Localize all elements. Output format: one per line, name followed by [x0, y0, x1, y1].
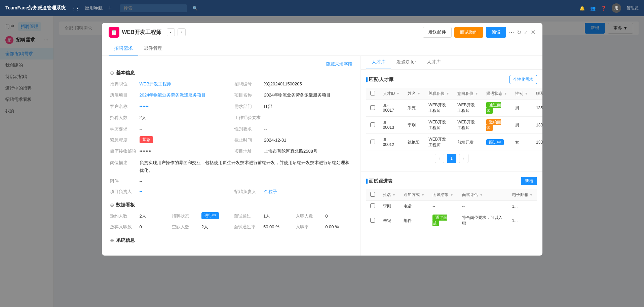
- help-icon[interactable]: ❓: [601, 6, 606, 11]
- system-collapse-icon[interactable]: ⊕: [110, 238, 114, 243]
- value-job-no: XQ2024011500205: [264, 80, 352, 88]
- dash-give-up: 放弃入职数 0: [110, 223, 166, 231]
- next-button[interactable]: ›: [178, 28, 186, 36]
- value-client[interactable]: ••••••: [140, 103, 228, 110]
- modal-overlay: 📋 WEB开发工程师 ‹ › 发送邮件 面试邀约 编辑 ··· ↻ ⤢ ✕ 招聘…: [0, 16, 644, 307]
- refresh-icon[interactable]: ↻: [517, 29, 521, 36]
- username-label: 管理员: [627, 5, 639, 11]
- tab-recruitment-demand[interactable]: 招聘需求: [109, 42, 138, 55]
- edit-button[interactable]: 编辑: [486, 27, 506, 38]
- row-3-phone: 13312308...: [532, 134, 542, 151]
- personalize-button[interactable]: 个性化需求: [509, 75, 537, 84]
- right-tab-send-offer[interactable]: 发送Offer: [391, 56, 422, 69]
- value-gender-req: --: [264, 125, 352, 133]
- match-section: 匹配·人才库 个性化需求 人才ID: [361, 70, 542, 171]
- value-project-name: 2024年物流业务劳务派遣服务项目: [264, 91, 352, 99]
- next-page-button[interactable]: ›: [459, 154, 468, 163]
- form-row-project-manager: 项目负责人 ••: [110, 188, 228, 195]
- i-filter-result-icon[interactable]: ▼: [450, 193, 453, 197]
- label-vacancy: 空缺人数: [172, 223, 199, 231]
- i-filter-eval-icon[interactable]: ▼: [480, 193, 483, 197]
- label-gender-req: 性别要求: [234, 125, 261, 133]
- close-icon[interactable]: ✕: [531, 29, 536, 36]
- match-pagination: ‹ 1 ›: [366, 151, 537, 166]
- filter-target-pos-icon[interactable]: ▼: [475, 92, 478, 95]
- irow-1-name: 李刚: [379, 201, 400, 212]
- value-position[interactable]: WEB开发工程师: [140, 80, 228, 88]
- value-education: --: [140, 125, 228, 133]
- th-name: 姓名 ▼: [404, 88, 424, 100]
- form-managers: 项目负责人 •• 招聘负责人 金粒子: [110, 188, 352, 195]
- right-tabs: 人才库 发送Offer 人才库: [361, 56, 542, 70]
- ith-name: 姓名 ▼: [379, 189, 400, 201]
- filter-talent-id-icon[interactable]: ▼: [396, 92, 400, 95]
- expand-icon[interactable]: ⤢: [524, 30, 528, 35]
- system-info-title: ⊕ 系统信息: [110, 237, 352, 243]
- label-interview-pass: 面试通过: [234, 212, 261, 220]
- filter-name-icon[interactable]: ▼: [417, 92, 420, 95]
- row-1-checkbox[interactable]: [370, 105, 375, 110]
- avatar[interactable]: 用: [612, 3, 621, 13]
- apps-icon[interactable]: ⋮⋮: [71, 6, 80, 11]
- modal-icon: 📋: [109, 27, 119, 38]
- i-filter-name-icon[interactable]: ▼: [392, 193, 396, 197]
- collapse-icon[interactable]: ⊖: [110, 70, 114, 76]
- irow-checkbox-1: [366, 201, 379, 212]
- table-row: JL-00013 李刚 WEB开发工程师 WEB开发工程师 邀约面试 男 138…: [366, 117, 542, 134]
- new-interview-button[interactable]: 新增: [521, 177, 537, 185]
- irow-1-eval: --: [458, 201, 508, 212]
- more-options-button[interactable]: ···: [509, 29, 514, 36]
- value-address: 上海市普陀区真北路2588号: [264, 147, 352, 155]
- app-nav-label[interactable]: 应用导航: [85, 5, 103, 11]
- row-2-checkbox[interactable]: [370, 122, 375, 127]
- modal-title: WEB开发工程师: [122, 29, 161, 36]
- search-input[interactable]: [120, 4, 187, 12]
- interview-table-body: 李刚 电话 -- -- 1... 朱宛 邮件: [366, 201, 537, 229]
- interview-section-header: 面试跟进表 新增: [366, 177, 537, 185]
- basic-info-title: ⊖ 基本信息: [110, 70, 352, 76]
- form-row-email: 简历接收邮箱 ••••••••: [110, 147, 228, 155]
- label-experience: 工作经验要求: [234, 114, 261, 121]
- value-vacancy: 2人: [201, 223, 228, 231]
- label-pass-rate: 面试通过率: [234, 223, 261, 231]
- value-description: 负责实现用户操作的界面和交互，包括使用原生开发技术进行前端开发，并使用后端开发技…: [140, 159, 352, 175]
- tab-email-management[interactable]: 邮件管理: [138, 42, 168, 55]
- prev-button[interactable]: ‹: [167, 28, 175, 36]
- irow-1-checkbox[interactable]: [370, 203, 375, 208]
- send-email-button[interactable]: 发送邮件: [423, 27, 452, 38]
- select-all-checkbox[interactable]: [370, 91, 375, 95]
- form-row-experience: 工作经验要求 --: [234, 114, 352, 121]
- value-project-manager[interactable]: ••: [140, 188, 228, 195]
- match-section-header: 匹配·人才库 个性化需求: [366, 75, 537, 84]
- dashboard-title: ⊖ 数据看板: [110, 202, 352, 208]
- label-headcount: 招聘人数: [110, 114, 137, 121]
- filter-status-icon[interactable]: ▼: [504, 92, 507, 95]
- filter-related-pos-icon[interactable]: ▼: [446, 92, 449, 95]
- row-1-name: 朱宛: [404, 100, 424, 117]
- notification-icon[interactable]: 🔔: [579, 6, 585, 11]
- users-icon[interactable]: 👥: [590, 6, 596, 11]
- filter-gender-icon[interactable]: ▼: [525, 92, 528, 95]
- hide-empty-toggle[interactable]: 隐藏未填字段: [110, 61, 352, 67]
- value-project[interactable]: 2024年物流业务劳务派遣服务项目: [140, 91, 228, 99]
- interview-invite-button[interactable]: 面试邀约: [454, 27, 483, 38]
- right-tab-talent-pool[interactable]: 人才库: [421, 56, 446, 69]
- label-project-manager: 项目负责人: [110, 188, 137, 195]
- row-checkbox-2: [366, 117, 379, 134]
- prev-page-button[interactable]: ‹: [435, 154, 444, 163]
- i-filter-notify-icon[interactable]: ▼: [421, 193, 424, 197]
- main-area: 门户 招聘管理 招 招聘需求 ··· 全部 招聘需求 我创建的 待启动招聘 进行…: [0, 16, 644, 307]
- irow-2-checkbox[interactable]: [370, 218, 375, 223]
- dashboard-collapse-icon[interactable]: ⊖: [110, 202, 114, 208]
- irow-2-result-badge: 通过面试: [432, 215, 447, 226]
- add-icon[interactable]: +: [108, 5, 112, 12]
- page-1-button[interactable]: 1: [447, 154, 456, 163]
- value-recruit-manager[interactable]: 金粒子: [264, 188, 352, 195]
- value-email: ••••••••: [140, 147, 228, 155]
- row-2-phone: 13800118...: [532, 117, 542, 134]
- i-filter-email-icon[interactable]: ▼: [530, 193, 533, 197]
- right-tab-talent-match[interactable]: 人才库: [366, 56, 391, 69]
- interview-select-all[interactable]: [370, 192, 375, 197]
- form-row-department: 需求部门 IT部: [234, 103, 352, 110]
- row-3-checkbox[interactable]: [370, 140, 375, 144]
